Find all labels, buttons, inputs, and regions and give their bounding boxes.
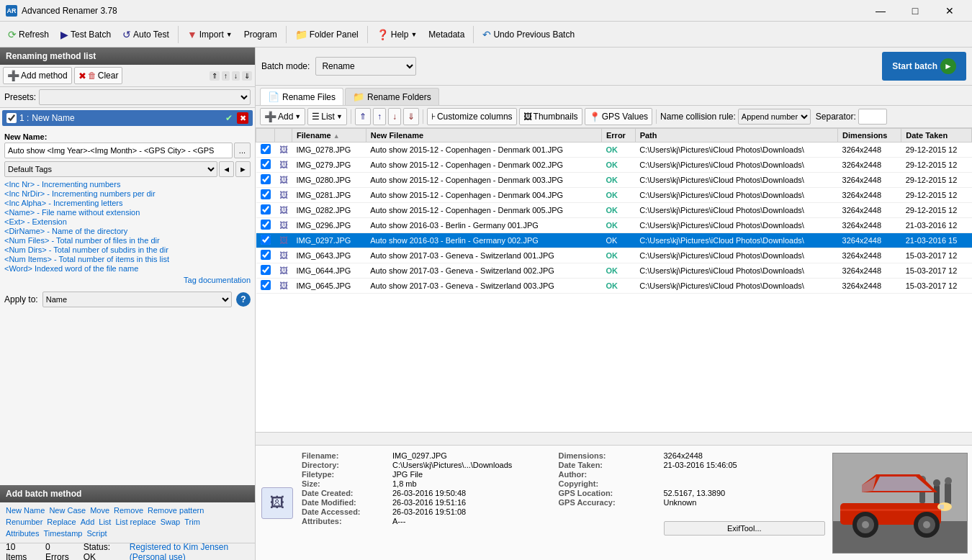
new-name-input[interactable]: [4, 143, 233, 158]
batch-link-move[interactable]: Move: [89, 505, 111, 515]
tag-inc-alpha[interactable]: <Inc Alpha> - Incrementing letters: [4, 199, 251, 207]
add-method-button[interactable]: ➕ Add method: [3, 67, 72, 84]
col-filename[interactable]: Filename ▲: [292, 129, 366, 143]
batch-link-new-name[interactable]: New Name: [4, 505, 46, 515]
move-down-button[interactable]: ↓: [232, 71, 240, 81]
clear-button[interactable]: ✖ 🗑 Clear: [74, 67, 123, 84]
tag-documentation-link[interactable]: Tag documentation: [4, 276, 251, 284]
batch-link-swap[interactable]: Swap: [159, 517, 182, 527]
tags-prev-button[interactable]: ◄: [219, 161, 234, 177]
move-down-file-button[interactable]: ↓: [388, 108, 401, 125]
cell-date-taken: 29-12-2015 12: [901, 203, 972, 218]
method-checkbox[interactable]: [6, 113, 17, 123]
row-checkbox[interactable]: [261, 204, 271, 214]
table-row[interactable]: 🖼 IMG_0282.JPG Auto show 2015-12 - Copen…: [256, 203, 972, 218]
table-row[interactable]: 🖼 IMG_0296.JPG Auto show 2016-03 - Berli…: [256, 218, 972, 233]
maximize-button[interactable]: □: [899, 0, 932, 22]
tag-num-dirs[interactable]: <Num Dirs> - Total number of subdirs in …: [4, 245, 251, 254]
move-up-button[interactable]: ↑: [222, 71, 230, 81]
test-batch-button[interactable]: ▶ Test Batch: [55, 24, 116, 45]
metadata-button[interactable]: Metadata: [423, 24, 469, 45]
help-button[interactable]: ❓ Help ▼: [372, 24, 423, 45]
undo-previous-batch-button[interactable]: ↶ Undo Previous Batch: [477, 24, 580, 45]
batch-link-list[interactable]: List: [97, 517, 112, 527]
customize-columns-button[interactable]: ⊦ Customize columns: [427, 108, 517, 125]
batch-link-timestamp[interactable]: Timestamp: [42, 528, 84, 538]
gps-values-button[interactable]: 📍 GPS Values: [585, 108, 652, 125]
move-top-file-button[interactable]: ⇑: [355, 108, 371, 125]
batch-mode-select[interactable]: Rename Copy Move: [315, 57, 416, 76]
batch-link-new-case[interactable]: New Case: [48, 505, 87, 515]
batch-link-attributes[interactable]: Attributes: [4, 528, 40, 538]
horizontal-scrollbar[interactable]: [256, 432, 972, 445]
row-checkbox[interactable]: [261, 265, 271, 275]
move-bottom-button[interactable]: ⇓: [242, 71, 252, 81]
row-checkbox[interactable]: [261, 159, 271, 169]
start-batch-button[interactable]: Start batch ►: [882, 52, 966, 81]
list-button[interactable]: ☰ List ▼: [307, 108, 347, 125]
table-row[interactable]: 🖼 IMG_0297.JPG Auto show 2016-03 - Berli…: [256, 233, 972, 248]
table-row[interactable]: 🖼 IMG_0278.JPG Auto show 2015-12 - Copen…: [256, 143, 972, 158]
row-checkbox[interactable]: [261, 280, 271, 290]
presets-select[interactable]: [39, 89, 251, 105]
row-checkbox[interactable]: [261, 174, 271, 184]
exif-tool-button[interactable]: ExifTool...: [664, 521, 826, 536]
separator-input[interactable]: [858, 109, 887, 125]
minimize-button[interactable]: —: [864, 0, 897, 22]
batch-link-trim[interactable]: Trim: [183, 517, 202, 527]
tab-rename-files[interactable]: 📄 Rename Files: [260, 88, 343, 105]
add-files-button[interactable]: ➕ Add ▼: [260, 108, 305, 125]
col-new-filename[interactable]: New Filename: [366, 129, 601, 143]
batch-link-add[interactable]: Add: [79, 517, 96, 527]
folder-panel-button[interactable]: 📁 Folder Panel: [290, 24, 364, 45]
tab-rename-folders[interactable]: 📁 Rename Folders: [345, 88, 439, 105]
tag-name[interactable]: <Name> - File name without extension: [4, 208, 251, 217]
move-up-file-button[interactable]: ↑: [373, 108, 386, 125]
import-button[interactable]: ▼ Import ▼: [182, 24, 238, 45]
tags-select[interactable]: Default Tags: [4, 161, 217, 177]
apply-to-select[interactable]: Name: [42, 292, 232, 307]
program-button[interactable]: Program: [239, 24, 282, 45]
tag-inc-nr[interactable]: <Inc Nr> - Incrementing numbers: [4, 180, 251, 189]
col-dimensions[interactable]: Dimensions: [838, 129, 901, 143]
tag-num-items[interactable]: <Num Items> - Total number of items in t…: [4, 255, 251, 263]
method-item[interactable]: 1 : New Name ✔ ✖: [2, 110, 253, 126]
table-row[interactable]: 🖼 IMG_0280.JPG Auto show 2015-12 - Copen…: [256, 173, 972, 188]
batch-link-replace[interactable]: Replace: [45, 517, 77, 527]
table-row[interactable]: 🖼 IMG_0279.JPG Auto show 2015-12 - Copen…: [256, 158, 972, 173]
col-path[interactable]: Path: [635, 129, 837, 143]
tag-num-files[interactable]: <Num Files> - Total number of files in t…: [4, 236, 251, 245]
tag-word[interactable]: <Word> Indexed word of the file name: [4, 264, 251, 273]
table-row[interactable]: 🖼 IMG_0281.JPG Auto show 2015-12 - Copen…: [256, 188, 972, 203]
row-checkbox[interactable]: [261, 220, 271, 230]
name-collision-select[interactable]: Append number: [738, 109, 811, 125]
tag-ext[interactable]: <Ext> - Extension: [4, 217, 251, 226]
help-circle-button[interactable]: ?: [236, 292, 251, 307]
auto-test-button[interactable]: ↺ Auto Test: [117, 24, 174, 45]
row-checkbox[interactable]: [261, 189, 271, 199]
row-checkbox[interactable]: [261, 235, 271, 245]
table-row[interactable]: 🖼 IMG_0644.JPG Auto show 2017-03 - Genev…: [256, 263, 972, 279]
batch-link-list-replace[interactable]: List replace: [114, 517, 157, 527]
method-close-button[interactable]: ✖: [237, 112, 248, 124]
thumbnails-button[interactable]: 🖼 Thumbnails: [519, 108, 582, 125]
move-bottom-file-button[interactable]: ⇓: [403, 108, 419, 125]
table-row[interactable]: 🖼 IMG_0645.JPG Auto show 2017-03 - Genev…: [256, 279, 972, 294]
tags-next-button[interactable]: ►: [235, 161, 251, 177]
batch-link-renumber[interactable]: Renumber: [4, 517, 44, 527]
col-date-taken[interactable]: Date Taken: [901, 129, 972, 143]
close-button[interactable]: ✕: [933, 0, 966, 22]
batch-link-remove-pattern[interactable]: Remove pattern: [146, 505, 205, 515]
row-checkbox[interactable]: [261, 250, 271, 260]
move-top-button[interactable]: ⇑: [210, 71, 220, 81]
table-row[interactable]: 🖼 IMG_0643.JPG Auto show 2017-03 - Genev…: [256, 248, 972, 263]
refresh-button[interactable]: ⟳ Refresh: [3, 24, 54, 45]
col-error[interactable]: Error: [601, 129, 635, 143]
batch-link-script[interactable]: Script: [85, 528, 108, 538]
row-checkbox[interactable]: [261, 144, 271, 154]
tag-dirname[interactable]: <DirName> - Name of the directory: [4, 227, 251, 235]
batch-link-remove[interactable]: Remove: [112, 505, 145, 515]
registered-link[interactable]: Registered to Kim Jensen (Personal use): [130, 542, 249, 561]
tag-inc-nrdir[interactable]: <Inc NrDir> - Incrementing numbers per d…: [4, 189, 251, 198]
new-name-browse-button[interactable]: ...: [234, 143, 251, 158]
